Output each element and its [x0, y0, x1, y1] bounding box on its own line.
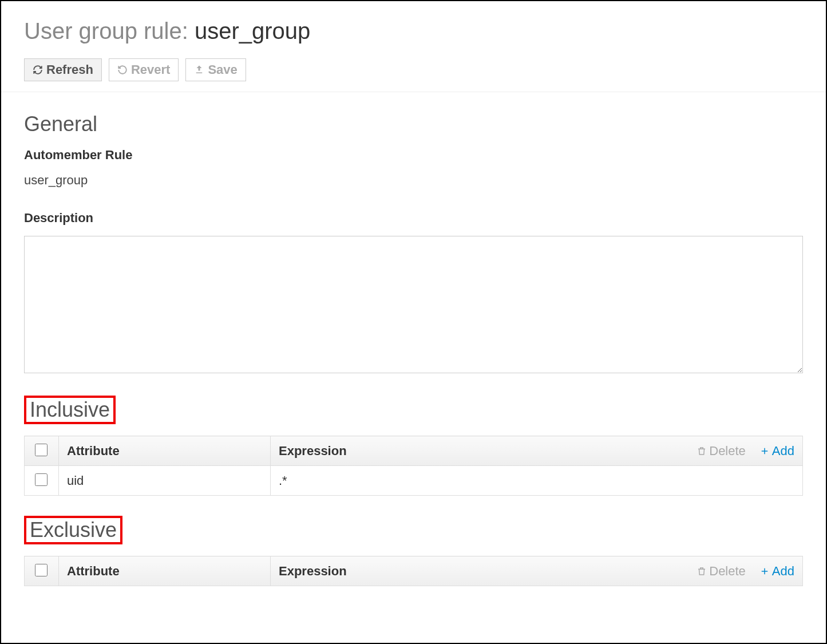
- inclusive-col-expression-label: Expression: [279, 444, 347, 459]
- inclusive-heading: Inclusive: [24, 396, 803, 424]
- inclusive-select-all-checkbox[interactable]: [35, 444, 48, 456]
- revert-button[interactable]: Revert: [109, 58, 179, 81]
- exclusive-delete-label: Delete: [709, 564, 746, 579]
- inclusive-delete-button[interactable]: Delete: [697, 444, 746, 459]
- refresh-button[interactable]: Refresh: [24, 58, 102, 81]
- description-label: Description: [24, 211, 803, 226]
- save-button[interactable]: Save: [185, 58, 246, 81]
- automember-value: user_group: [24, 173, 803, 188]
- page-title-prefix: User group rule:: [24, 18, 195, 44]
- refresh-label: Refresh: [46, 62, 93, 77]
- automember-label: Automember Rule: [24, 148, 803, 163]
- inclusive-add-label: Add: [772, 444, 794, 459]
- inclusive-add-button[interactable]: Add: [759, 444, 794, 459]
- page-title: User group rule: user_group: [24, 18, 803, 44]
- general-section: General Automember Rule user_group Descr…: [24, 112, 803, 376]
- inclusive-row-checkbox[interactable]: [35, 473, 48, 486]
- exclusive-select-all-checkbox[interactable]: [35, 564, 48, 576]
- exclusive-col-expression-label: Expression: [279, 564, 347, 579]
- inclusive-row-expression: .*: [271, 466, 803, 496]
- inclusive-delete-label: Delete: [709, 444, 746, 459]
- general-heading: General: [24, 112, 803, 136]
- exclusive-col-expression: Expression Delete Add: [271, 556, 803, 586]
- inclusive-row-attribute: uid: [59, 466, 271, 496]
- exclusive-table: Attribute Expression Delete: [24, 556, 803, 586]
- inclusive-col-attribute: Attribute: [59, 436, 271, 466]
- revert-icon: [117, 65, 128, 75]
- inclusive-col-expression: Expression Delete Add: [271, 436, 803, 466]
- save-label: Save: [208, 62, 237, 77]
- inclusive-section: Inclusive Attribute Expression: [24, 396, 803, 496]
- exclusive-heading-text: Exclusive: [24, 516, 122, 544]
- inclusive-table: Attribute Expression Delete: [24, 436, 803, 496]
- exclusive-delete-button[interactable]: Delete: [697, 564, 746, 579]
- revert-label: Revert: [131, 62, 170, 77]
- exclusive-add-button[interactable]: Add: [759, 564, 794, 579]
- exclusive-add-label: Add: [772, 564, 794, 579]
- upload-icon: [194, 65, 204, 75]
- description-textarea[interactable]: [24, 236, 803, 373]
- exclusive-col-attribute: Attribute: [59, 556, 271, 586]
- toolbar: Refresh Revert Save: [1, 58, 826, 92]
- exclusive-heading: Exclusive: [24, 516, 803, 544]
- inclusive-heading-text: Inclusive: [24, 396, 116, 424]
- exclusive-section: Exclusive Attribute Expression: [24, 516, 803, 586]
- page-title-name: user_group: [195, 18, 310, 44]
- table-row: uid .*: [25, 466, 803, 496]
- refresh-icon: [33, 65, 43, 75]
